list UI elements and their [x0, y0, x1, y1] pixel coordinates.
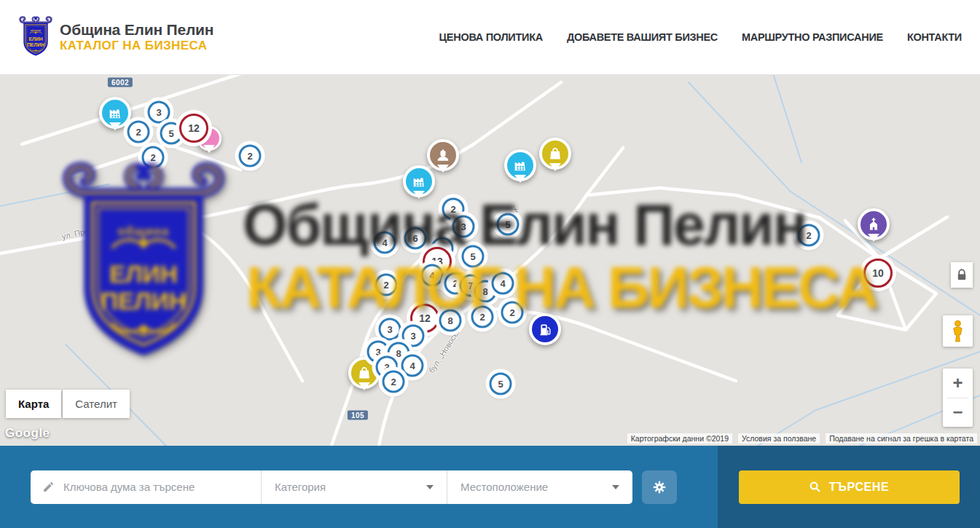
search-action-panel: ТЪРСЕНЕ [718, 446, 980, 528]
nav-contacts[interactable]: КОНТАКТИ [907, 31, 962, 43]
factory-pin-marker[interactable] [504, 149, 536, 181]
map-type-satellite-button[interactable]: Сателит [63, 390, 130, 418]
brand-logo[interactable]: община ЕЛИН ПЕЛИН Община Елин Пелин КАТА… [18, 14, 213, 60]
cluster-marker[interactable]: 3 [379, 318, 401, 341]
cluster-marker[interactable]: 3 [148, 101, 170, 124]
pegman-icon [950, 320, 965, 342]
cluster-marker[interactable]: 4 [401, 355, 424, 377]
worker-pin-marker[interactable] [427, 139, 459, 171]
pencil-icon [42, 480, 55, 494]
search-button-label: ТЪРСЕНЕ [829, 481, 890, 494]
cluster-marker[interactable]: 10 [863, 259, 893, 288]
zoom-control: + − [943, 369, 973, 427]
search-icon [809, 481, 821, 493]
municipality-crest-icon: община ЕЛИН ПЕЛИН [18, 14, 53, 60]
cluster-marker[interactable]: 2 [142, 146, 165, 169]
nav-route-schedule[interactable]: МАРШРУТНО РАЗПИСАНИЕ [742, 31, 883, 43]
cluster-marker[interactable]: 6 [404, 227, 427, 250]
crest-line1: ЕЛИН [28, 36, 42, 42]
map-type-control: Карта Сателит [6, 390, 130, 418]
lock-control-button[interactable] [951, 262, 973, 288]
cluster-marker[interactable]: 5 [462, 245, 485, 268]
cluster-marker[interactable]: 4 [421, 264, 444, 287]
factory-pin-marker[interactable] [403, 165, 435, 197]
search-button[interactable]: ТЪРСЕНЕ [739, 470, 960, 504]
nav-pricing-policy[interactable]: ЦЕНОВА ПОЛИТИКА [439, 31, 543, 43]
site-header: община ЕЛИН ПЕЛИН Община Елин Пелин КАТА… [0, 0, 980, 75]
category-dropdown-value: Категория [275, 481, 326, 493]
chevron-down-icon [426, 485, 434, 489]
chevron-down-icon [612, 485, 619, 489]
bag-pin-marker[interactable] [539, 138, 571, 170]
cluster-marker[interactable]: 2 [239, 145, 262, 168]
cluster-marker[interactable]: 12 [179, 114, 208, 143]
google-logo[interactable]: Google [5, 426, 50, 441]
gear-icon [651, 479, 667, 495]
crest-small-label: община [31, 29, 41, 32]
cluster-marker[interactable]: 8 [439, 310, 462, 332]
site-title: Община Елин Пелин [60, 21, 213, 39]
attribution-terms-link[interactable]: Условия за ползване [738, 433, 820, 444]
map-markers-layer: 32512222354675134227842212833383425210 [0, 75, 980, 446]
cluster-marker[interactable]: 3 [452, 216, 475, 238]
keyword-field[interactable] [31, 470, 261, 504]
map-attribution: Картографски данни ©2019 Условия за полз… [627, 433, 977, 444]
fuel-pin-marker[interactable] [529, 313, 561, 345]
cluster-marker[interactable]: 2 [375, 274, 398, 296]
map-canvas[interactable]: ул. Преславбул. „Новоселции"6002105 3251… [0, 75, 980, 446]
cluster-marker[interactable]: 2 [501, 302, 524, 324]
zoom-in-button[interactable]: + [943, 369, 973, 398]
search-field-group: Категория Местоположение [31, 470, 632, 504]
cluster-marker[interactable]: 5 [490, 373, 512, 395]
category-dropdown[interactable]: Категория [262, 470, 447, 504]
cluster-marker[interactable]: 2 [383, 371, 405, 393]
cluster-marker[interactable]: 2 [128, 121, 150, 143]
cluster-marker[interactable]: 5 [497, 213, 520, 236]
cluster-marker[interactable]: 4 [492, 272, 514, 295]
site-subtitle: КАТАЛОГ НА БИЗНЕСА [60, 39, 213, 53]
location-dropdown-value: Местоположение [460, 481, 548, 493]
search-fields-panel: Категория Местоположение [0, 446, 718, 528]
church-pin-marker[interactable] [858, 208, 890, 240]
search-bar: Категория Местоположение [0, 446, 980, 528]
map-type-map-button[interactable]: Карта [6, 390, 61, 418]
keyword-search-input[interactable] [63, 481, 249, 493]
pegman-control[interactable] [943, 315, 973, 347]
main-nav: ЦЕНОВА ПОЛИТИКА ДОБАВЕТЕ ВАШИЯТ БИЗНЕС М… [439, 31, 962, 43]
zoom-out-button[interactable]: − [943, 398, 973, 427]
cluster-marker[interactable]: 2 [471, 306, 494, 328]
nav-add-your-business[interactable]: ДОБАВЕТЕ ВАШИЯТ БИЗНЕС [567, 31, 718, 43]
advanced-settings-button[interactable] [642, 470, 677, 504]
lock-icon [957, 269, 967, 281]
attribution-map-data: Картографски данни ©2019 [627, 433, 732, 444]
attribution-report-error-link[interactable]: Подаване на сигнал за грешка в картата [826, 433, 977, 444]
location-dropdown[interactable]: Местоположение [447, 470, 632, 504]
crest-line2: ПЕЛИН [27, 42, 44, 47]
cluster-marker[interactable]: 4 [374, 232, 396, 254]
page: община ЕЛИН ПЕЛИН Община Елин Пелин КАТА… [0, 0, 980, 528]
cluster-marker[interactable]: 2 [798, 224, 820, 247]
factory-pin-marker[interactable] [99, 97, 131, 129]
